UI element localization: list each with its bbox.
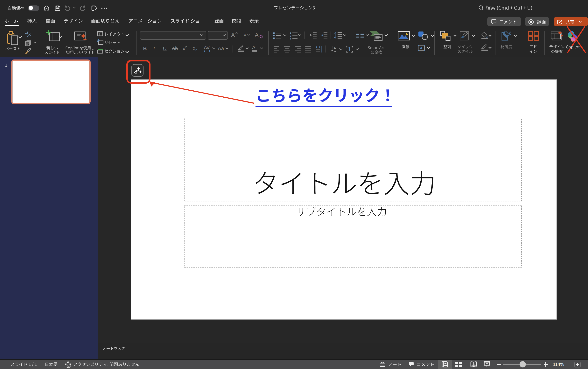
svg-text:A: A	[420, 46, 422, 50]
svg-text:1: 1	[289, 31, 291, 34]
svg-text:A: A	[334, 46, 336, 50]
svg-text:2: 2	[289, 34, 291, 37]
svg-text:3: 3	[289, 37, 291, 40]
